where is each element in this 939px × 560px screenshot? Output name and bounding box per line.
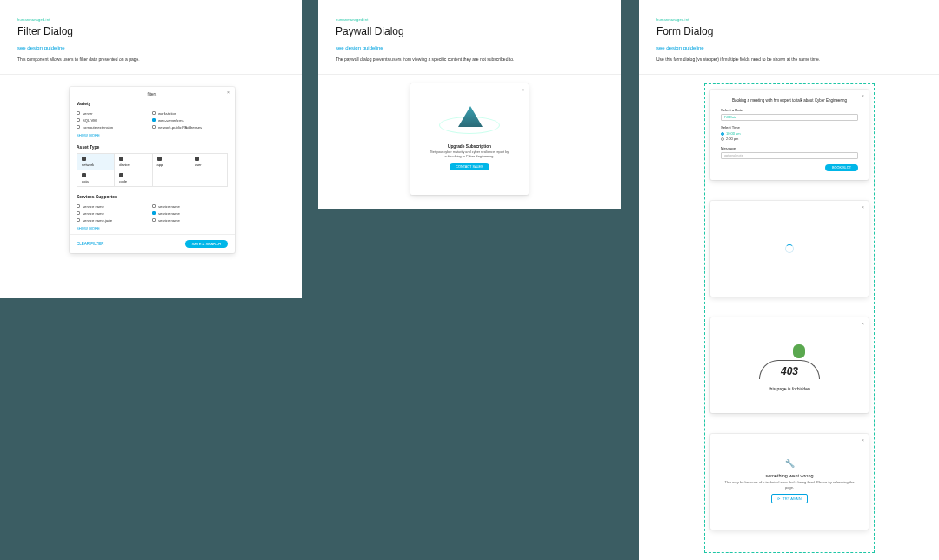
radio-icon	[721, 132, 724, 136]
service-option[interactable]: service name	[152, 217, 228, 223]
try-again-button[interactable]: ⟳ TRY AGAIN	[771, 494, 807, 503]
variety-option[interactable]: web-server/cms	[152, 117, 228, 123]
variety-option[interactable]: compute extension	[77, 123, 152, 130]
asset-type-icon	[82, 157, 86, 161]
apply-filter-button[interactable]: SAVE & SEARCH	[185, 240, 228, 248]
loading-dialog: ×	[710, 201, 869, 297]
show-more-link[interactable]: SHOW MORE	[77, 133, 228, 137]
design-guideline-link[interactable]: see design guideline	[17, 45, 65, 50]
option-label: SQL VM	[83, 118, 97, 123]
checkbox-icon	[152, 211, 156, 215]
asset-label: app	[157, 163, 163, 167]
page-desc: The paywall dialog prevents users from v…	[336, 57, 603, 62]
variety-option[interactable]: server	[77, 110, 152, 117]
option-label: workstation	[158, 111, 176, 116]
namespace-tag: humanmanaged.int	[656, 17, 922, 22]
error-dialog: × 🔧 something went wrong This may be bec…	[710, 434, 869, 530]
paywall-heading: Upgrade Subscription	[448, 144, 491, 149]
service-option[interactable]: service name.jade	[77, 217, 152, 223]
page-title: Paywall Dialog	[336, 25, 603, 37]
forbidden-dialog: × 403 this page is forbidden	[710, 317, 869, 413]
service-option[interactable]: service name	[152, 210, 228, 217]
form-examples-container: × Booking a meeting with hm expert to ta…	[704, 83, 875, 553]
checkbox-icon	[77, 204, 80, 208]
asset-tile[interactable]: user	[190, 154, 228, 170]
close-icon[interactable]: ×	[227, 90, 230, 95]
paywall-body: Get your cyber maturity and cyber resili…	[426, 150, 513, 159]
option-label: web-server/cms	[158, 118, 184, 123]
asset-type-icon	[157, 157, 162, 161]
design-guideline-link[interactable]: see design guideline	[336, 45, 383, 50]
divider	[639, 74, 939, 75]
asset-tile-empty	[190, 170, 228, 187]
service-option[interactable]: service name	[152, 203, 228, 210]
service-option[interactable]: service name	[77, 210, 152, 217]
option-label: service name	[83, 204, 104, 209]
checkbox-icon	[152, 218, 156, 222]
asset-type-icon	[119, 173, 123, 177]
close-icon[interactable]: ×	[862, 204, 864, 210]
refresh-icon: ⟳	[777, 497, 780, 501]
asset-tile[interactable]: network	[77, 154, 115, 170]
booking-heading: Booking a meeting with hm expert to talk…	[721, 98, 858, 103]
asset-label: code	[119, 179, 127, 183]
asset-tile[interactable]: data	[77, 170, 115, 187]
checkbox-icon	[77, 218, 80, 222]
option-label: compute extension	[83, 125, 113, 130]
close-icon[interactable]: ×	[522, 87, 524, 92]
time-label: 10:00 am	[726, 131, 741, 136]
show-more-link[interactable]: SHOW MORE	[77, 226, 228, 230]
page-desc: This component allows users to filter da…	[17, 57, 284, 62]
asset-type-icon	[119, 157, 123, 161]
close-icon[interactable]: ×	[862, 93, 864, 98]
close-icon[interactable]: ×	[862, 437, 864, 443]
spinner-icon	[785, 244, 794, 253]
asset-label: data	[82, 179, 89, 183]
service-option[interactable]: service name	[77, 203, 152, 210]
time-label: Select Time	[721, 125, 858, 130]
forbidden-illustration: 403	[755, 339, 824, 381]
option-label: service name	[158, 204, 180, 209]
section-label-asset: Asset Type	[77, 144, 228, 150]
book-slot-button[interactable]: BOOK SLOT	[825, 164, 858, 171]
design-guideline-link[interactable]: see design guideline	[656, 45, 704, 50]
asset-tile[interactable]: device	[115, 154, 152, 170]
forbidden-text: this page is forbidden	[769, 386, 810, 391]
filter-dialog: filters × Variety serverworkstationSQL V…	[70, 87, 235, 253]
checkbox-icon	[152, 111, 156, 115]
variety-option[interactable]: workstation	[152, 110, 228, 117]
error-heading: something went wrong	[765, 473, 813, 478]
section-label-variety: Variety	[77, 101, 228, 106]
frame-filter: humanmanaged.int Filter Dialog see desig…	[0, 0, 302, 298]
namespace-tag: humanmanaged.int	[17, 17, 284, 22]
checkbox-icon	[77, 211, 80, 215]
asset-label: network	[82, 163, 94, 167]
option-label: server	[83, 111, 93, 116]
booking-dialog: × Booking a meeting with hm expert to ta…	[710, 90, 869, 180]
error-code: 403	[755, 365, 824, 377]
divider	[0, 74, 302, 75]
section-label-services: Services Supported	[77, 194, 228, 199]
option-label: network.publicIPAddresses	[158, 125, 202, 130]
variety-option[interactable]: SQL VM	[77, 117, 152, 123]
asset-label: user	[195, 163, 202, 167]
error-body: This may be because of a technical error…	[723, 480, 856, 490]
asset-tile[interactable]: app	[153, 154, 190, 170]
contact-sales-button[interactable]: CONTACT SALES	[450, 163, 489, 170]
date-label: Select a Date	[721, 108, 858, 112]
clear-filter-button[interactable]: CLEAR FILTER	[77, 242, 103, 246]
option-label: service name	[158, 211, 180, 216]
asset-tile[interactable]: code	[115, 170, 152, 187]
message-input[interactable]: optional note	[721, 152, 858, 159]
wrench-icon: 🔧	[785, 459, 795, 468]
radio-icon	[721, 137, 724, 141]
checkbox-icon	[77, 125, 80, 129]
close-icon[interactable]: ×	[862, 321, 864, 326]
date-input[interactable]: Fill Date	[721, 114, 858, 121]
paywall-dialog: × Upgrade Subscription Get your cyber ma…	[410, 83, 529, 195]
asset-label: device	[119, 163, 130, 167]
time-option[interactable]: 2:00 pm	[721, 137, 858, 142]
checkbox-icon	[152, 204, 156, 208]
option-label: service name	[158, 218, 180, 223]
variety-option[interactable]: network.publicIPAddresses	[152, 123, 228, 130]
